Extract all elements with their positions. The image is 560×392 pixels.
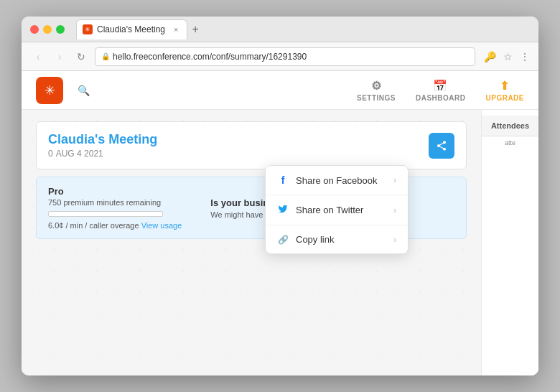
app-content: ✳ 🔍 ⚙ SETTINGS 📅 DASHBOARD ⬆ UPGRADE — [22, 71, 538, 375]
meeting-meta: 0 AUG 4 2021 — [48, 149, 157, 159]
facebook-icon: f — [277, 174, 289, 186]
twitter-chevron-icon: › — [393, 205, 396, 215]
copy-link-left: 🔗 Copy link — [277, 234, 334, 245]
copy-chevron-icon: › — [393, 235, 396, 245]
share-facebook-left: f Share on Facebook — [277, 174, 377, 186]
copy-link-item[interactable]: 🔗 Copy link › — [266, 225, 408, 253]
key-icon[interactable]: 🔑 — [484, 51, 496, 62]
forward-button[interactable]: › — [52, 49, 67, 65]
attendees-partial: atte — [482, 136, 538, 149]
share-button[interactable] — [429, 133, 454, 159]
app-logo: ✳ — [36, 77, 63, 104]
meeting-header: Claudia's Meeting 0 AUG 4 2021 — [36, 121, 467, 169]
attendees-tab[interactable]: Attendees — [482, 116, 538, 136]
share-dropdown: f Share on Facebook › Sha — [265, 165, 409, 254]
pro-rate-text: 6.0¢ / min / caller overage — [48, 221, 139, 230]
page-content: Claudia's Meeting 0 AUG 4 2021 — [22, 110, 481, 375]
meeting-date: AUG 4 2021 — [56, 149, 103, 159]
maximize-button[interactable] — [56, 25, 65, 34]
nav-dashboard-label: DASHBOARD — [416, 94, 466, 102]
copy-link-icon: 🔗 — [277, 235, 289, 245]
new-tab-button[interactable]: + — [192, 23, 198, 36]
tab-close-button[interactable]: × — [174, 25, 178, 34]
pro-left: Pro 750 premium minutes remaining 6.0¢ /… — [48, 186, 182, 230]
app-header: ✳ 🔍 ⚙ SETTINGS 📅 DASHBOARD ⬆ UPGRADE — [22, 71, 538, 110]
browser-tab[interactable]: Claudia's Meeting × — [76, 19, 187, 39]
facebook-chevron-icon: › — [393, 175, 396, 185]
tab-favicon — [83, 24, 93, 34]
twitter-icon — [277, 204, 289, 216]
pro-minutes: 750 premium minutes remaining — [48, 198, 182, 207]
ssl-lock-icon: 🔒 — [101, 52, 110, 60]
toolbar-icons: 🔑 ☆ ⋮ — [484, 51, 530, 62]
share-twitter-label: Share on Twitter — [296, 205, 363, 215]
url-text: hello.freeconference.com/conf/summary/16… — [113, 52, 307, 62]
back-button[interactable]: ‹ — [30, 49, 46, 65]
meeting-title: Claudia's Meeting — [48, 132, 157, 147]
share-twitter-item[interactable]: Share on Twitter › — [266, 195, 408, 225]
progress-bar — [48, 211, 163, 217]
upgrade-icon: ⬆ — [500, 79, 510, 93]
meeting-number: 0 — [48, 149, 53, 159]
search-button[interactable]: 🔍 — [73, 80, 93, 101]
nav-settings[interactable]: ⚙ SETTINGS — [357, 79, 396, 102]
address-bar: ‹ › ↻ 🔒 hello.freeconference.com/conf/su… — [22, 42, 538, 71]
dashboard-icon: 📅 — [433, 79, 448, 93]
pro-plan-label: Pro — [48, 186, 182, 197]
minimize-button[interactable] — [43, 25, 52, 34]
share-facebook-label: Share on Facebook — [296, 175, 377, 186]
traffic-lights — [30, 25, 65, 34]
meeting-title-group: Claudia's Meeting 0 AUG 4 2021 — [48, 132, 157, 159]
menu-icon[interactable]: ⋮ — [520, 51, 530, 62]
sidebar: Attendees atte — [481, 110, 538, 375]
settings-icon: ⚙ — [371, 79, 382, 93]
view-usage-link[interactable]: View usage — [141, 221, 182, 230]
nav-upgrade-label: UPGRADE — [485, 94, 524, 102]
page-content-inner: Claudia's Meeting 0 AUG 4 2021 — [36, 121, 467, 239]
refresh-button[interactable]: ↻ — [73, 49, 89, 65]
tab-area: Claudia's Meeting × + — [76, 19, 530, 39]
header-nav: ⚙ SETTINGS 📅 DASHBOARD ⬆ UPGRADE — [357, 79, 524, 102]
copy-link-label: Copy link — [296, 234, 334, 245]
share-twitter-left: Share on Twitter — [277, 204, 363, 216]
pro-rate: 6.0¢ / min / caller overage View usage — [48, 221, 182, 230]
tab-title: Claudia's Meeting — [97, 24, 165, 34]
close-button[interactable] — [30, 25, 39, 34]
star-icon[interactable]: ☆ — [503, 51, 513, 62]
nav-upgrade[interactable]: ⬆ UPGRADE — [485, 79, 524, 102]
browser-window: Claudia's Meeting × + ‹ › ↻ 🔒 hello.free… — [22, 17, 538, 375]
title-bar: Claudia's Meeting × + — [22, 17, 538, 42]
nav-dashboard[interactable]: 📅 DASHBOARD — [416, 79, 466, 102]
nav-settings-label: SETTINGS — [357, 94, 396, 102]
share-icon — [436, 140, 447, 151]
share-facebook-item[interactable]: f Share on Facebook › — [266, 166, 408, 195]
main-area: Claudia's Meeting 0 AUG 4 2021 — [22, 110, 538, 375]
url-bar[interactable]: 🔒 hello.freeconference.com/conf/summary/… — [95, 47, 475, 66]
